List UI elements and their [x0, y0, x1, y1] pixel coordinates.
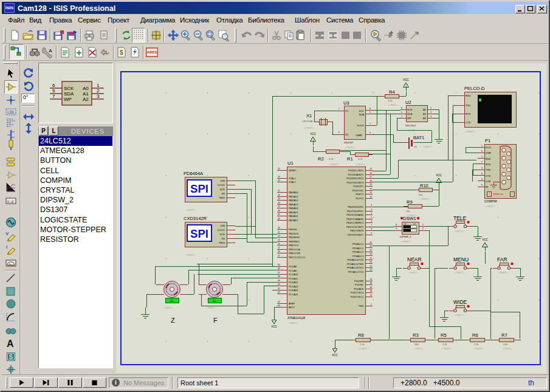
svg-text:PF7/ADC7/TDI: PF7/ADC7/TDI	[348, 271, 363, 273]
svg-text:6: 6	[52, 83, 55, 88]
svg-text:59: 59	[370, 249, 372, 252]
svg-text:PA7/AD7: PA7/AD7	[289, 219, 298, 222]
svg-text:18: 18	[370, 290, 372, 292]
svg-text:A0: A0	[423, 108, 427, 111]
svg-text:PD1/SDA/INT1: PD1/SDA/INT1	[348, 174, 363, 176]
svg-text:TXD: TXD	[466, 104, 470, 107]
svg-text:A2: A2	[83, 97, 89, 102]
svg-text:30: 30	[370, 188, 372, 190]
svg-text:TRIG: TRIG	[219, 196, 225, 199]
svg-text:PB1/SCK: PB1/SCK	[289, 233, 299, 235]
svg-text:A: A	[7, 339, 14, 349]
svg-text:R9: R9	[407, 199, 413, 205]
svg-text:R2: R2	[318, 156, 324, 162]
svg-text:<TEXT>: <TEXT>	[345, 146, 355, 149]
svg-text:6: 6	[401, 107, 402, 109]
svg-text:<TEXT>: <TEXT>	[473, 347, 483, 350]
svg-text:R4: R4	[389, 89, 395, 95]
svg-text:48: 48	[278, 210, 280, 212]
svg-text:9: 9	[371, 232, 372, 235]
svg-text:WP: WP	[407, 117, 411, 120]
svg-text:55: 55	[370, 265, 372, 267]
svg-text:VCC: VCC	[271, 325, 277, 328]
svg-text:61: 61	[370, 241, 372, 244]
svg-text:10k: 10k	[406, 210, 410, 213]
svg-text:<TEXT>: <TEXT>	[420, 198, 430, 201]
svg-text:1: 1	[481, 145, 483, 147]
svg-text:PF2/ADC2: PF2/ADC2	[352, 251, 363, 253]
svg-text:<TEXT>: <TEXT>	[304, 126, 314, 129]
svg-text:5.6k: 5.6k	[503, 343, 508, 346]
svg-text:3: 3	[396, 227, 397, 230]
svg-text:RI: RI	[486, 185, 488, 188]
svg-text:PE0/RXD0/PDI: PE0/RXD0/PDI	[348, 206, 363, 208]
svg-text:<TEXT>: <TEXT>	[329, 163, 339, 166]
svg-text:PC6/A14: PC6/A14	[289, 289, 298, 292]
svg-text:<TEXT>: <TEXT>	[186, 253, 196, 256]
svg-text:R7: R7	[501, 332, 507, 338]
svg-text:R10: R10	[420, 183, 428, 188]
svg-text:SDA: SDA	[64, 91, 74, 97]
svg-text:4.7k: 4.7k	[329, 157, 334, 160]
svg-text:17: 17	[278, 255, 280, 257]
svg-text:2: 2	[371, 204, 372, 207]
svg-text:PC3/A11: PC3/A11	[289, 278, 298, 280]
svg-text:PE5/OC3C/INT5: PE5/OC3C/INT5	[346, 226, 363, 229]
svg-text:9: 9	[481, 184, 483, 187]
svg-text:PE2/XCK0/AIN0: PE2/XCK0/AIN0	[346, 214, 363, 216]
svg-text:24LC512: 24LC512	[405, 124, 416, 127]
svg-text:R5: R5	[441, 332, 447, 338]
svg-text:SCK: SCK	[407, 108, 413, 111]
svg-text:3: 3	[370, 132, 371, 134]
svg-text:RESET: RESET	[289, 170, 297, 172]
svg-text:PE1/TXD0/PDO: PE1/TXD0/PDO	[347, 210, 363, 213]
svg-text:PF5/ADC5/TMS: PF5/ADC5/TMS	[347, 263, 364, 266]
svg-text:PB2/MOSI: PB2/MOSI	[289, 236, 300, 239]
svg-text:33: 33	[370, 278, 372, 281]
svg-text:<TEXT>: <TEXT>	[498, 271, 508, 274]
svg-text:DSR: DSR	[486, 151, 491, 154]
svg-text:X1: X1	[345, 109, 349, 112]
svg-text:39: 39	[278, 280, 280, 282]
svg-text:29: 29	[370, 184, 372, 186]
svg-text:PC4/A12: PC4/A12	[289, 281, 298, 284]
svg-text:MENU: MENU	[453, 256, 469, 263]
svg-text:<TEXT>: <TEXT>	[401, 240, 411, 243]
svg-text:24: 24	[278, 176, 280, 178]
svg-text:PE7/ICP3/INT7: PE7/ICP3/INT7	[348, 234, 363, 236]
svg-text:DSW1: DSW1	[403, 216, 416, 221]
svg-text:AREF: AREF	[289, 303, 295, 305]
svg-text:VCC: VCC	[310, 132, 316, 136]
svg-text:PA6/AD6: PA6/AD6	[289, 215, 298, 218]
svg-text:2: 2	[97, 88, 100, 94]
svg-text:25: 25	[370, 168, 372, 170]
svg-text:PB0/SS: PB0/SS	[289, 229, 297, 231]
svg-text:CTS: CTS	[466, 121, 471, 124]
svg-text:1.2k: 1.2k	[442, 343, 447, 346]
svg-text:DOUT: DOUT	[218, 184, 225, 187]
svg-text:26: 26	[370, 172, 372, 174]
svg-text:2.2k: 2.2k	[474, 343, 479, 346]
svg-text:A1: A1	[423, 112, 427, 115]
svg-text:PE3/OC3A/AIN1: PE3/OC3A/AIN1	[346, 218, 363, 221]
svg-text:560: 560	[414, 343, 419, 346]
svg-text:41: 41	[278, 287, 280, 290]
svg-text:2: 2	[339, 131, 340, 134]
svg-text:PA4/AD4: PA4/AD4	[289, 207, 298, 210]
svg-text:X2: X2	[345, 133, 349, 136]
svg-text:BAT1: BAT1	[413, 135, 424, 140]
svg-text:36: 36	[278, 267, 280, 270]
svg-text:U1: U1	[287, 160, 294, 166]
svg-text:<TEXT>: <TEXT>	[359, 347, 369, 350]
svg-text:7: 7	[371, 224, 372, 227]
svg-text:A: A	[49, 48, 52, 53]
svg-text:PD0/SCL/INT0: PD0/SCL/INT0	[348, 170, 363, 172]
svg-text:PC5/A13: PC5/A13	[289, 286, 298, 288]
svg-text:DIPSW_2: DIPSW_2	[400, 235, 411, 238]
svg-text:7: 7	[52, 94, 55, 99]
svg-text:DTR: DTR	[486, 180, 491, 183]
svg-text:51: 51	[278, 190, 280, 192]
svg-text:VCC: VCC	[332, 354, 338, 357]
svg-text:62: 62	[278, 301, 280, 303]
svg-text:PA2/AD2: PA2/AD2	[289, 199, 298, 202]
